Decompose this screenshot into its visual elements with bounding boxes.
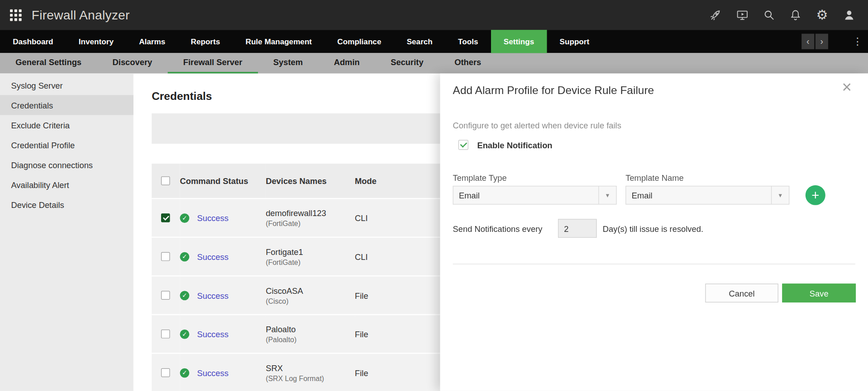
subnav-admin[interactable]: Admin <box>318 53 375 73</box>
app-title: Firewall Analyzer <box>32 8 130 23</box>
device-format: (FortiGate) <box>266 258 355 266</box>
device-format: (Paloalto) <box>266 335 355 344</box>
success-check-icon: ✓ <box>180 213 190 223</box>
page-body: Syslog Server Credentials Exclude Criter… <box>0 74 868 391</box>
template-name-label: Template Name <box>625 173 683 183</box>
success-check-icon: ✓ <box>180 329 190 339</box>
template-labels-row: Template Type Template Name <box>453 173 856 183</box>
device-name: demofirewall123 <box>266 208 355 218</box>
demo-screen-icon[interactable] <box>736 9 749 21</box>
nav-controls: ‹ › <box>801 30 828 53</box>
sidebar-item-device-details[interactable]: Device Details <box>0 195 134 215</box>
status-link[interactable]: Success <box>197 329 228 339</box>
cancel-button[interactable]: Cancel <box>705 284 778 303</box>
topbar: Firewall Analyzer <box>0 0 868 30</box>
sidebar-item-exclude-criteria[interactable]: Exclude Criteria <box>0 115 134 135</box>
close-icon[interactable]: × <box>839 76 855 99</box>
sidebar-item-credential-profile[interactable]: Credential Profile <box>0 135 134 155</box>
row-checkbox[interactable] <box>161 291 170 300</box>
template-name-select[interactable]: Email ▾ <box>625 186 789 205</box>
success-check-icon: ✓ <box>180 252 190 261</box>
template-name-value: Email <box>626 186 771 204</box>
enable-notification-checkbox[interactable] <box>458 140 468 150</box>
add-template-button[interactable]: + <box>806 185 825 205</box>
nav-alarms[interactable]: Alarms <box>126 30 178 53</box>
nav-scroll-right-icon[interactable]: › <box>816 34 828 49</box>
main-nav: Dashboard Inventory Alarms Reports Rule … <box>0 30 868 53</box>
subnav-firewall-server[interactable]: Firewall Server <box>168 53 258 73</box>
sidebar: Syslog Server Credentials Exclude Criter… <box>0 74 134 391</box>
modal-actions: Cancel Save <box>453 284 856 303</box>
modal-title: Add Alarm Profile for Device Rule Failur… <box>453 74 856 98</box>
nav-inventory[interactable]: Inventory <box>66 30 126 53</box>
template-type-value: Email <box>453 186 598 204</box>
add-alarm-profile-modal: × Add Alarm Profile for Device Rule Fail… <box>440 74 868 391</box>
chevron-down-icon: ▾ <box>598 186 616 204</box>
template-selects-row: Email ▾ Email ▾ + <box>453 185 856 205</box>
subnav-system[interactable]: System <box>258 53 319 73</box>
device-format: (FortiGate) <box>266 219 355 227</box>
status-link[interactable]: Success <box>197 213 228 223</box>
subnav-others[interactable]: Others <box>439 53 497 73</box>
status-link[interactable]: Success <box>197 252 228 261</box>
enable-notification-row: Enable Notification <box>453 140 856 150</box>
nav-rule-management[interactable]: Rule Management <box>233 30 324 53</box>
select-all-checkbox[interactable] <box>161 176 170 185</box>
settings-gear-icon[interactable]: ⚙ <box>816 8 828 21</box>
nav-dashboard[interactable]: Dashboard <box>0 30 66 53</box>
send-notifications-row: Send Notifications every Day(s) till iss… <box>453 219 856 238</box>
row-checkbox[interactable] <box>161 213 170 222</box>
device-name: CiscoASA <box>266 286 355 295</box>
column-devices-names: Devices Names <box>266 164 355 198</box>
notifications-bell-icon[interactable] <box>790 9 802 21</box>
column-command-status: Command Status <box>180 164 266 198</box>
device-format: (SRX Log Format) <box>266 374 355 382</box>
screen: Firewall Analyzer <box>0 0 868 391</box>
nav-compliance[interactable]: Compliance <box>324 30 394 53</box>
nav-support[interactable]: Support <box>547 30 602 53</box>
status-link[interactable]: Success <box>197 291 228 300</box>
user-avatar[interactable] <box>843 8 856 21</box>
device-name: Fortigate1 <box>266 247 355 256</box>
sidebar-item-diagnose-connections[interactable]: Diagnose connections <box>0 155 134 174</box>
notification-interval-input[interactable] <box>558 219 597 238</box>
send-notifications-prefix: Send Notifications every <box>453 224 543 233</box>
sidebar-item-credentials[interactable]: Credentials <box>0 95 134 115</box>
nav-scroll-left-icon[interactable]: ‹ <box>801 34 814 49</box>
subnav-general-settings[interactable]: General Settings <box>0 53 97 73</box>
send-notifications-suffix: Day(s) till issue is resolved. <box>603 224 703 233</box>
success-check-icon: ✓ <box>180 291 190 300</box>
nav-search[interactable]: Search <box>394 30 445 53</box>
settings-subnav: General Settings Discovery Firewall Serv… <box>0 53 868 73</box>
device-name: SRX <box>266 363 355 372</box>
template-type-select[interactable]: Email ▾ <box>453 186 617 205</box>
row-checkbox[interactable] <box>161 330 170 339</box>
nav-reports[interactable]: Reports <box>178 30 233 53</box>
device-name: Paloalto <box>266 324 355 334</box>
nav-tools[interactable]: Tools <box>445 30 491 53</box>
status-link[interactable]: Success <box>197 368 228 377</box>
save-button[interactable]: Save <box>782 284 856 303</box>
template-type-label: Template Type <box>453 173 617 183</box>
subnav-discovery[interactable]: Discovery <box>97 53 167 73</box>
nav-overflow-menu-icon[interactable]: ⋮ <box>853 30 863 53</box>
nav-settings[interactable]: Settings <box>491 30 547 53</box>
enable-notification-label: Enable Notification <box>477 140 552 150</box>
subnav-security[interactable]: Security <box>375 53 439 73</box>
search-icon[interactable] <box>763 9 775 21</box>
success-check-icon: ✓ <box>180 368 190 377</box>
apps-grid-icon[interactable] <box>10 9 22 21</box>
row-checkbox[interactable] <box>161 252 170 261</box>
sidebar-item-availability-alert[interactable]: Availability Alert <box>0 175 134 195</box>
modal-divider <box>453 264 855 264</box>
row-checkbox[interactable] <box>161 368 170 377</box>
device-format: (Cisco) <box>266 297 355 305</box>
topbar-actions: ⚙ <box>710 8 856 21</box>
modal-description: Configure to get alerted when device rul… <box>453 121 856 130</box>
rocket-icon[interactable] <box>710 9 722 21</box>
sidebar-item-syslog-server[interactable]: Syslog Server <box>0 75 134 95</box>
chevron-down-icon: ▾ <box>771 186 789 204</box>
